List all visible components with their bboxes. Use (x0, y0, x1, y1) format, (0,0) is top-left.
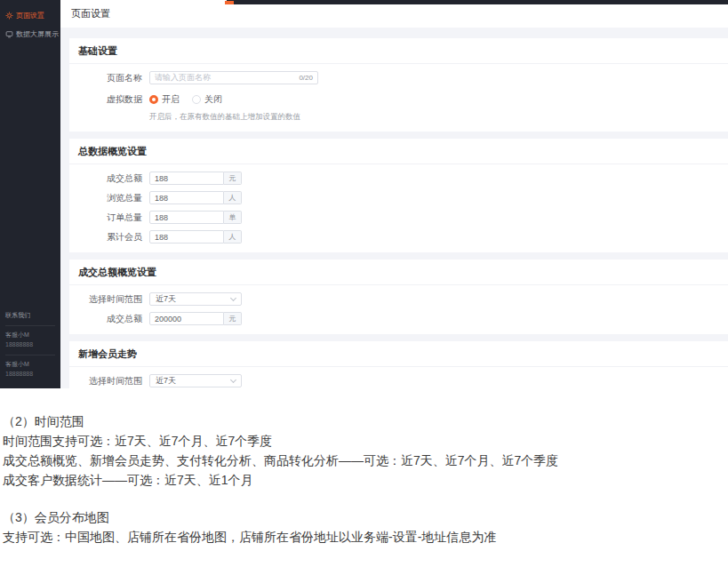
form-row: 成交总额 188 元 (69, 172, 728, 185)
unit-suffix: 元 (224, 312, 242, 325)
time-range-label: 选择时间范围 (69, 375, 142, 387)
contact-name: 客服小M (5, 360, 55, 369)
virtual-data-hint: 开启后，在原有数值的基础上增加设置的数值 (149, 112, 300, 123)
form-row: 成交总额 200000 元 (69, 312, 728, 325)
contact-title: 联系我们 (5, 307, 55, 325)
contact-entry: 客服小M 18888888 (5, 325, 55, 355)
amount-input[interactable]: 188 (149, 211, 224, 224)
input-value: 188 (155, 233, 168, 242)
radio-dot-icon (192, 95, 201, 104)
field-label: 浏览总量 (69, 192, 142, 204)
page-title: 页面设置 (71, 7, 110, 20)
char-counter: 0/20 (299, 74, 313, 82)
note-line: （2）时间范围 (3, 411, 721, 431)
field-label: 成交总额 (69, 172, 142, 185)
time-range-select[interactable]: 近7天 (149, 374, 242, 387)
unit-suffix: 人 (224, 230, 242, 244)
chevron-down-icon (230, 295, 236, 301)
virtual-data-label: 虚拟数据 (69, 93, 142, 106)
page-name-input[interactable]: 请输入页面名称 0/20 (149, 71, 318, 84)
section-title: 新增会员走势 (69, 341, 728, 367)
input-value: 200000 (155, 315, 181, 323)
sidebar-item-label: 数据大屏展示 (16, 29, 59, 39)
amount-input[interactable]: 188 (149, 172, 224, 185)
unit-suffix: 元 (224, 172, 242, 185)
top-dark-strip (227, 0, 728, 4)
radio-on[interactable]: 开启 (149, 93, 180, 106)
section-new-members-trend: 新增会员走势 选择时间范围 近7天 保存 取消 (69, 341, 728, 388)
radio-dot-icon (149, 95, 158, 104)
form-row: 累计会员 188 人 (69, 230, 728, 244)
note-line: 时间范围支持可选：近7天、近7个月、近7个季度 (3, 431, 721, 451)
virtual-data-radio-group: 开启 关闭 (149, 93, 222, 106)
sidebar-item-label: 页面设置 (16, 11, 44, 20)
unit-suffix: 人 (224, 191, 242, 204)
section-basic-settings: 基础设置 页面名称 请输入页面名称 0/20 虚拟数据 开启 (69, 38, 728, 132)
contact-name: 客服小M (5, 331, 55, 339)
note-line: 成交总额概览、新增会员走势、支付转化分析、商品转化分析——可选：近7天、近7个月… (3, 451, 721, 470)
sidebar-contact: 联系我们 客服小M 18888888 客服小M 18888888 (0, 307, 60, 384)
main-content: 页面设置 基础设置 页面名称 请输入页面名称 0/20 虚拟数据 (60, 0, 728, 388)
sidebar-item-data-screen[interactable]: 数据大屏展示 (0, 25, 60, 44)
amount-input[interactable]: 188 (149, 230, 224, 244)
form-row: 订单总量 188 单 (69, 211, 728, 224)
note-line: （3）会员分布地图 (3, 507, 721, 527)
contact-phone: 18888888 (5, 370, 55, 379)
contact-phone: 18888888 (5, 340, 55, 349)
unit-suffix: 单 (224, 211, 242, 224)
time-range-select[interactable]: 近7天 (149, 292, 242, 306)
note-line: 支持可选：中国地图、店铺所在省份地图，店铺所在省份地址以业务端-设置-地址信息为… (3, 527, 721, 547)
sidebar-menu: 页面设置 数据大屏展示 (0, 0, 60, 44)
field-label: 累计会员 (69, 231, 142, 244)
section-title: 总数据概览设置 (69, 139, 728, 164)
page-name-label: 页面名称 (69, 72, 142, 84)
input-value: 188 (155, 174, 168, 183)
form-row: 选择时间范围 近7天 (69, 374, 728, 387)
select-value: 近7天 (156, 293, 176, 305)
section-title: 成交总额概览设置 (69, 260, 728, 285)
admin-app-screenshot: 页面设置 数据大屏展示 联系我们 客服小M 18888888 客服小M (0, 0, 728, 388)
section-title: 基础设置 (69, 38, 728, 64)
section-turnover-overview: 成交总额概览设置 选择时间范围 近7天 成交总额 200000 元 (69, 260, 728, 334)
active-tab-marker (225, 1, 234, 4)
select-value: 近7天 (156, 375, 176, 387)
form-row: 选择时间范围 近7天 (69, 292, 728, 306)
gear-icon (5, 12, 13, 20)
amount-input[interactable]: 188 (149, 191, 224, 204)
section-data-overview: 总数据概览设置 成交总额 188 元 浏览总量 188 人 (69, 139, 728, 252)
note-line: 成交客户数据统计——可选：近7天、近1个月 (3, 470, 721, 490)
contact-entry: 客服小M 18888888 (5, 355, 55, 384)
sidebar-item-page-settings[interactable]: 页面设置 (0, 6, 60, 25)
radio-off-label: 关闭 (204, 93, 222, 106)
page-name-placeholder: 请输入页面名称 (155, 72, 299, 84)
radio-off[interactable]: 关闭 (192, 93, 222, 106)
chevron-down-icon (230, 377, 236, 383)
turnover-amount-input[interactable]: 200000 (149, 312, 224, 325)
turnover-amount-label: 成交总额 (69, 313, 142, 325)
input-value: 188 (155, 213, 168, 222)
field-label: 订单总量 (69, 212, 142, 224)
input-value: 188 (155, 194, 168, 203)
form-row: 浏览总量 188 人 (69, 191, 728, 204)
radio-on-label: 开启 (162, 93, 180, 106)
document-notes: （2）时间范围 时间范围支持可选：近7天、近7个月、近7个季度 成交总额概览、新… (0, 388, 728, 547)
time-range-label: 选择时间范围 (69, 293, 142, 306)
screen-icon (5, 30, 13, 38)
sidebar: 页面设置 数据大屏展示 联系我们 客服小M 18888888 客服小M (0, 0, 60, 388)
